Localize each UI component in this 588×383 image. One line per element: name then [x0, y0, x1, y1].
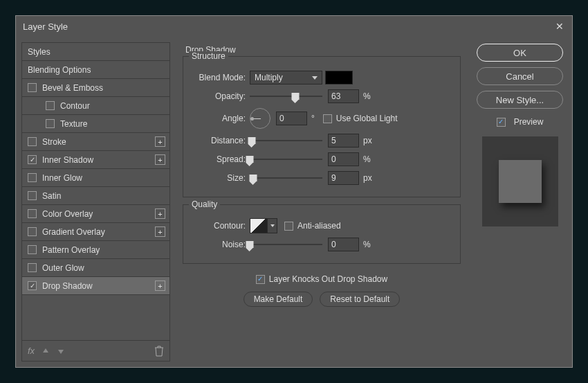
structure-group: Structure Blend Mode: Multiply Opacity: …: [183, 56, 461, 197]
effect-checkbox[interactable]: [46, 101, 55, 110]
sidebar-item-label: Outer Glow: [42, 263, 84, 273]
ok-button[interactable]: OK: [477, 44, 563, 62]
add-effect-icon[interactable]: +: [155, 154, 165, 165]
sidebar-item-label: Drop Shadow: [42, 281, 93, 291]
dialog-title: Layer Style: [23, 21, 68, 32]
sidebar-item-label: Stroke: [42, 137, 66, 147]
preview-thumbnail: [482, 136, 558, 226]
sidebar-item-label: Pattern Overlay: [42, 245, 100, 255]
sidebar-item-label: Contour: [60, 101, 90, 111]
sidebar-item-inner-glow[interactable]: Inner Glow: [22, 169, 169, 187]
effect-checkbox[interactable]: [46, 119, 55, 128]
sidebar-item-satin[interactable]: Satin: [22, 187, 169, 205]
distance-label: Distance:: [190, 136, 246, 145]
noise-slider[interactable]: [250, 239, 322, 250]
knockout-label: Layer Knocks Out Drop Shadow: [269, 274, 387, 284]
sidebar-item-label: Inner Shadow: [42, 155, 93, 165]
global-light-label: Use Global Light: [336, 114, 398, 123]
sidebar-header-styles[interactable]: Styles: [22, 43, 169, 61]
blend-mode-dropdown[interactable]: Multiply: [250, 71, 322, 84]
move-up-icon[interactable]: [42, 347, 50, 355]
effect-checkbox[interactable]: [28, 245, 37, 254]
effect-checkbox[interactable]: [28, 137, 37, 146]
blend-mode-label: Blend Mode:: [190, 73, 246, 82]
anti-aliased-label: Anti-aliased: [297, 221, 341, 231]
sidebar-item-label: Gradient Overlay: [42, 227, 105, 237]
add-effect-icon[interactable]: +: [155, 226, 165, 237]
size-slider[interactable]: [250, 172, 322, 184]
action-column: OK Cancel New Style... Preview: [473, 42, 567, 362]
opacity-input[interactable]: [328, 89, 359, 103]
effect-checkbox[interactable]: [28, 155, 37, 164]
quality-legend: Quality: [189, 199, 220, 209]
cancel-button[interactable]: Cancel: [477, 67, 563, 85]
contour-dropdown-icon[interactable]: [268, 218, 277, 233]
size-label: Size:: [190, 173, 246, 183]
quality-group: Quality Contour: Anti-aliased Noise: %: [183, 204, 461, 264]
settings-panel: Drop Shadow Structure Blend Mode: Multip…: [177, 42, 466, 362]
sidebar-item-bevel-emboss[interactable]: Bevel & Emboss: [22, 79, 169, 97]
sidebar-item-pattern-overlay[interactable]: Pattern Overlay: [22, 241, 169, 259]
sidebar-item-outer-glow[interactable]: Outer Glow: [22, 259, 169, 277]
add-effect-icon[interactable]: +: [155, 136, 165, 147]
sidebar-item-gradient-overlay[interactable]: Gradient Overlay+: [22, 223, 169, 241]
close-icon[interactable]: ✕: [554, 21, 565, 32]
effect-checkbox[interactable]: [28, 209, 37, 218]
shadow-color-swatch[interactable]: [325, 71, 353, 84]
distance-slider[interactable]: [250, 135, 322, 146]
spread-label: Spread:: [190, 154, 246, 164]
sidebar-item-drop-shadow[interactable]: Drop Shadow+: [22, 277, 169, 295]
sidebar-item-label: Color Overlay: [42, 209, 93, 219]
global-light-checkbox[interactable]: [323, 114, 332, 123]
effect-checkbox[interactable]: [28, 191, 37, 200]
preview-label: Preview: [514, 117, 544, 127]
sidebar-item-color-overlay[interactable]: Color Overlay+: [22, 205, 169, 223]
effect-checkbox[interactable]: [28, 173, 37, 182]
sidebar-blending-options[interactable]: Blending Options: [22, 61, 169, 79]
fx-menu-icon[interactable]: fx: [28, 346, 35, 356]
opacity-label: Opacity:: [190, 91, 246, 101]
effect-checkbox[interactable]: [28, 227, 37, 236]
angle-dial[interactable]: [250, 108, 270, 129]
add-effect-icon[interactable]: +: [155, 280, 165, 291]
titlebar: Layer Style ✕: [16, 16, 572, 37]
sidebar-footer: fx: [22, 340, 169, 361]
effect-checkbox[interactable]: [28, 83, 37, 92]
reset-default-button[interactable]: Reset to Default: [320, 292, 400, 307]
structure-legend: Structure: [189, 51, 228, 61]
styles-sidebar: Styles Blending Options Bevel & EmbossCo…: [21, 42, 170, 362]
effect-checkbox[interactable]: [28, 263, 37, 272]
noise-input[interactable]: [328, 238, 359, 251]
contour-label: Contour:: [190, 221, 246, 231]
new-style-button[interactable]: New Style...: [477, 91, 563, 109]
preview-checkbox[interactable]: [497, 118, 506, 127]
size-input[interactable]: [328, 171, 359, 185]
sidebar-item-label: Satin: [42, 191, 61, 201]
angle-label: Angle:: [190, 114, 246, 123]
opacity-slider[interactable]: [250, 91, 322, 102]
sidebar-item-texture[interactable]: Texture: [22, 115, 169, 133]
contour-swatch[interactable]: [250, 218, 268, 233]
sidebar-item-inner-shadow[interactable]: Inner Shadow+: [22, 151, 169, 169]
knockout-checkbox[interactable]: [256, 275, 265, 284]
sidebar-item-stroke[interactable]: Stroke+: [22, 133, 169, 151]
layer-style-dialog: Layer Style ✕ Styles Blending Options Be…: [15, 15, 573, 368]
effect-checkbox[interactable]: [28, 281, 37, 290]
sidebar-item-contour[interactable]: Contour: [22, 97, 169, 115]
sidebar-item-label: Bevel & Emboss: [42, 83, 103, 93]
angle-input[interactable]: [276, 112, 307, 125]
distance-input[interactable]: [328, 134, 359, 148]
trash-icon[interactable]: [154, 346, 164, 357]
anti-aliased-checkbox[interactable]: [284, 222, 293, 231]
spread-slider[interactable]: [250, 154, 322, 165]
move-down-icon[interactable]: [57, 347, 65, 355]
sidebar-item-label: Texture: [60, 119, 87, 129]
make-default-button[interactable]: Make Default: [244, 292, 313, 307]
add-effect-icon[interactable]: +: [155, 208, 165, 219]
sidebar-item-label: Inner Glow: [42, 173, 82, 183]
spread-input[interactable]: [328, 152, 359, 166]
noise-label: Noise:: [190, 240, 246, 249]
